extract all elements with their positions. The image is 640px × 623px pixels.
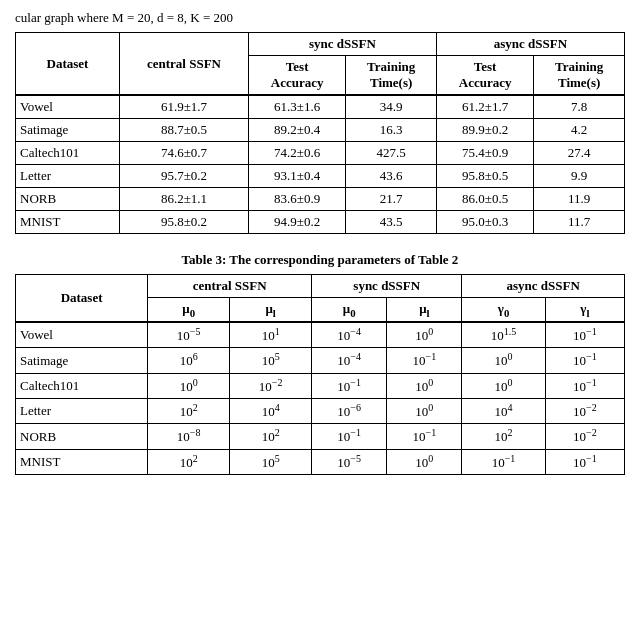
t3-a-g0-satimage: 100 [462, 348, 545, 373]
sync-test-acc-vowel: 61.3±1.6 [248, 95, 345, 119]
table3-caption-text: Table 3: The corresponding parameters of… [182, 252, 459, 267]
t3-s-mu0-letter: 10−6 [312, 399, 387, 424]
t3-dataset-mnist: MNIST [16, 449, 148, 474]
t3-a-gl-satimage: 10−1 [545, 348, 624, 373]
t3-a-gl-caltech101: 10−1 [545, 373, 624, 398]
async-time-norb: 11.9 [534, 187, 625, 210]
async-time-satimage: 4.2 [534, 118, 625, 141]
table3: Dataset central SSFN sync dSSFN async dS… [15, 274, 625, 476]
t3-dataset-satimage: Satimage [16, 348, 148, 373]
table3-central-ssfn-header: central SSFN [148, 274, 312, 297]
dataset-mnist: MNIST [16, 210, 120, 233]
dataset-vowel: Vowel [16, 95, 120, 119]
sync-time-mnist: 43.5 [346, 210, 437, 233]
t3-c-mu0-caltech101: 100 [148, 373, 230, 398]
t3-a-g0-norb: 102 [462, 424, 545, 449]
table-row: Vowel 61.9±1.7 61.3±1.6 34.9 61.2±1.7 7.… [16, 95, 625, 119]
t3-a-g0-vowel: 101.5 [462, 322, 545, 348]
async-time-vowel: 7.8 [534, 95, 625, 119]
t3-a-g0-mnist: 10−1 [462, 449, 545, 474]
central-test-acc-satimage: 88.7±0.5 [120, 118, 249, 141]
table-row: Letter 102 104 10−6 100 104 10−2 [16, 399, 625, 424]
t3-s-mu0-mnist: 10−5 [312, 449, 387, 474]
table3-async-dssfn-header: async dSSFN [462, 274, 625, 297]
t3-s-mul-caltech101: 100 [387, 373, 462, 398]
t3-c-mul-letter: 104 [230, 399, 312, 424]
t3-s-mul-letter: 100 [387, 399, 462, 424]
table3-sync-mul: μl [387, 297, 462, 322]
t3-s-mu0-vowel: 10−4 [312, 322, 387, 348]
t3-s-mu0-caltech101: 10−1 [312, 373, 387, 398]
async-test-acc-norb: 86.0±0.5 [436, 187, 533, 210]
table2-dataset-header: Dataset [16, 33, 120, 95]
async-test-acc-vowel: 61.2±1.7 [436, 95, 533, 119]
async-test-acc-letter: 95.8±0.5 [436, 164, 533, 187]
dataset-satimage: Satimage [16, 118, 120, 141]
t3-c-mul-vowel: 101 [230, 322, 312, 348]
t3-c-mu0-letter: 102 [148, 399, 230, 424]
async-test-acc-mnist: 95.0±0.3 [436, 210, 533, 233]
table2-central-ssfn-header: central SSFN [120, 33, 249, 95]
table-row: Caltech101 74.6±0.7 74.2±0.6 427.5 75.4±… [16, 141, 625, 164]
t3-a-gl-vowel: 10−1 [545, 322, 624, 348]
table2-async-test-acc: TestAccuracy [436, 56, 533, 95]
t3-dataset-norb: NORB [16, 424, 148, 449]
table3-caption: Table 3: The corresponding parameters of… [15, 252, 625, 268]
table3-async-gammal: γl [545, 297, 624, 322]
sync-time-norb: 21.7 [346, 187, 437, 210]
table2-group-header-row: Dataset central SSFN sync dSSFN async dS… [16, 33, 625, 56]
table-row: NORB 86.2±1.1 83.6±0.9 21.7 86.0±0.5 11.… [16, 187, 625, 210]
t3-dataset-caltech101: Caltech101 [16, 373, 148, 398]
table3-sync-dssfn-header: sync dSSFN [312, 274, 462, 297]
t3-dataset-letter: Letter [16, 399, 148, 424]
t3-a-g0-letter: 104 [462, 399, 545, 424]
table3-central-mul: μl [230, 297, 312, 322]
t3-s-mul-norb: 10−1 [387, 424, 462, 449]
t3-c-mul-mnist: 105 [230, 449, 312, 474]
t3-c-mu0-vowel: 10−5 [148, 322, 230, 348]
t3-c-mul-caltech101: 10−2 [230, 373, 312, 398]
table3-dataset-header: Dataset [16, 274, 148, 322]
t3-s-mu0-satimage: 10−4 [312, 348, 387, 373]
table2-async-training-time: TrainingTime(s) [534, 56, 625, 95]
table3-async-gamma0: γ0 [462, 297, 545, 322]
table-row: NORB 10−8 102 10−1 10−1 102 10−2 [16, 424, 625, 449]
sync-time-satimage: 16.3 [346, 118, 437, 141]
dataset-caltech101: Caltech101 [16, 141, 120, 164]
t3-s-mul-mnist: 100 [387, 449, 462, 474]
async-test-acc-satimage: 89.9±0.2 [436, 118, 533, 141]
t3-c-mul-norb: 102 [230, 424, 312, 449]
table3-central-mu0: μ0 [148, 297, 230, 322]
table-row: Letter 95.7±0.2 93.1±0.4 43.6 95.8±0.5 9… [16, 164, 625, 187]
central-test-acc-caltech101: 74.6±0.7 [120, 141, 249, 164]
caption-text: cular graph where M = 20, d = 8, K = 200 [15, 10, 233, 25]
t3-c-mu0-satimage: 106 [148, 348, 230, 373]
async-time-letter: 9.9 [534, 164, 625, 187]
t3-c-mul-satimage: 105 [230, 348, 312, 373]
t3-a-g0-caltech101: 100 [462, 373, 545, 398]
t3-a-gl-mnist: 10−1 [545, 449, 624, 474]
table2-sync-test-acc: TestAccuracy [248, 56, 345, 95]
sync-time-vowel: 34.9 [346, 95, 437, 119]
sync-test-acc-caltech101: 74.2±0.6 [248, 141, 345, 164]
table2-sync-dssfn-header: sync dSSFN [248, 33, 436, 56]
central-test-acc-norb: 86.2±1.1 [120, 187, 249, 210]
t3-a-gl-norb: 10−2 [545, 424, 624, 449]
sync-test-acc-satimage: 89.2±0.4 [248, 118, 345, 141]
table-row: MNIST 95.8±0.2 94.9±0.2 43.5 95.0±0.3 11… [16, 210, 625, 233]
table-row: Vowel 10−5 101 10−4 100 101.5 10−1 [16, 322, 625, 348]
t3-s-mul-vowel: 100 [387, 322, 462, 348]
t3-c-mu0-mnist: 102 [148, 449, 230, 474]
sync-test-acc-mnist: 94.9±0.2 [248, 210, 345, 233]
async-time-caltech101: 27.4 [534, 141, 625, 164]
sync-test-acc-letter: 93.1±0.4 [248, 164, 345, 187]
top-caption: cular graph where M = 20, d = 8, K = 200 [15, 10, 625, 26]
t3-dataset-vowel: Vowel [16, 322, 148, 348]
table3-sync-mu0: μ0 [312, 297, 387, 322]
t3-c-mu0-norb: 10−8 [148, 424, 230, 449]
central-test-acc-vowel: 61.9±1.7 [120, 95, 249, 119]
table-row: Caltech101 100 10−2 10−1 100 100 10−1 [16, 373, 625, 398]
t3-a-gl-letter: 10−2 [545, 399, 624, 424]
table-row: MNIST 102 105 10−5 100 10−1 10−1 [16, 449, 625, 474]
async-test-acc-caltech101: 75.4±0.9 [436, 141, 533, 164]
